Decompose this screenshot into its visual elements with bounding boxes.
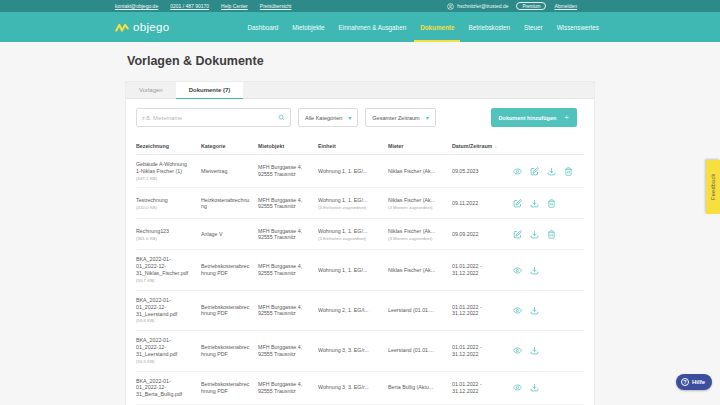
document-tenant: Niklas Fischer (Ak... <box>388 168 444 175</box>
document-tenant: Leerstand (01.01.... <box>388 347 444 354</box>
document-size: (55,7 KB) <box>136 278 193 284</box>
document-date: 09.11.2022 <box>452 200 502 207</box>
document-property: MFH Burggasse 4, 92555 Trausnitz <box>258 164 318 178</box>
feedback-tab[interactable]: Feedback <box>706 160 720 214</box>
eye-icon[interactable] <box>513 167 522 176</box>
search-input[interactable] <box>142 115 278 121</box>
user-avatar-icon <box>447 3 454 10</box>
utility-link-preis-bersicht[interactable]: Preisübersicht <box>260 3 292 9</box>
edit-icon[interactable] <box>513 230 522 239</box>
document-unit-note: (3 Einheiten zugeordnet) <box>318 205 380 211</box>
trash-icon[interactable] <box>564 167 573 176</box>
document-property: MFH Burggasse 4, 92555 Trausnitz <box>258 263 318 277</box>
plus-icon: + <box>564 113 569 122</box>
document-unit: Wohnung 1, 1. EG/... <box>318 228 380 235</box>
nav-item-dashboard[interactable]: Dashboard <box>242 12 285 42</box>
document-date: 09.05.2023 <box>452 168 502 175</box>
utility-link-help-center[interactable]: Help Center <box>221 3 248 9</box>
filter-row: Alle Kategorien ▾ Gesamter Zeitraum ▾ Do… <box>136 108 584 127</box>
row-actions <box>502 230 584 239</box>
document-name[interactable]: BKA_2022-01-01_2022-12-31_Niklas_Fischer… <box>136 256 193 277</box>
document-date: 09.09.2022 <box>452 231 502 238</box>
main-nav: objego Dashboard Mietobjekte Einnahmen &… <box>0 12 720 42</box>
utility-link-0201-487-90170[interactable]: 0201 / 487 90170 <box>170 3 209 9</box>
download-icon[interactable] <box>530 230 539 239</box>
edit-icon[interactable] <box>530 167 539 176</box>
document-name[interactable]: BKA_2022-01-01_2022-12-31_Leerstand.pdf <box>136 297 193 318</box>
objego-logo-icon <box>115 22 129 33</box>
column-header-mietobjekt[interactable]: Mietobjekt <box>258 143 318 149</box>
logout-link[interactable]: Abmelden <box>554 3 577 9</box>
period-dropdown[interactable]: Gesamter Zeitraum ▾ <box>365 108 435 127</box>
nav-item-dokumente[interactable]: Dokumente <box>414 12 460 42</box>
download-icon[interactable] <box>530 199 539 208</box>
document-category: Betriebskostenabrechnung PDF <box>201 381 258 395</box>
eye-icon[interactable] <box>513 266 522 275</box>
chevron-down-icon: ▾ <box>348 115 351 121</box>
category-dropdown[interactable]: Alle Kategorien ▾ <box>298 108 358 127</box>
document-unit-note: (3 Einheiten zugeordnet) <box>318 236 380 242</box>
column-header-bezeichnung[interactable]: Bezeichnung <box>136 143 201 149</box>
document-tenant: Niklas Fischer (Ak... <box>388 228 444 235</box>
edit-icon[interactable] <box>513 199 522 208</box>
tab-vorlagen[interactable]: Vorlagen <box>126 82 176 98</box>
download-icon[interactable] <box>530 266 539 275</box>
document-name[interactable]: Gebäude A-Wohnung 1-Niklas Fischer (1) <box>136 161 193 175</box>
document-category: Anlage V <box>201 231 258 238</box>
document-name[interactable]: Rechnung123 <box>136 228 193 235</box>
document-property: MFH Burggasse 4, 92555 Trausnitz <box>258 304 318 318</box>
document-property: MFH Burggasse 4, 92555 Trausnitz <box>258 197 318 211</box>
document-tenant: Berta Bullig (Aktu... <box>388 384 444 391</box>
help-button[interactable]: ? Hilfe <box>676 374 712 390</box>
add-document-button[interactable]: Dokument hinzufügen + <box>491 108 577 127</box>
column-header-mieter[interactable]: Mieter <box>388 143 452 149</box>
column-header-kategorie[interactable]: Kategorie <box>201 143 258 149</box>
nav-item-wissenswertes[interactable]: Wissenswertes <box>551 12 605 42</box>
eye-icon[interactable] <box>513 346 522 355</box>
document-size: (647,1 KB) <box>136 176 193 182</box>
nav-item-mietobjekte[interactable]: Mietobjekte <box>286 12 330 42</box>
document-date: 01.01.2022 - 31.12.2022 <box>452 263 502 277</box>
tab-dokumente-7[interactable]: Dokumente (7) <box>176 82 244 99</box>
row-actions <box>502 346 584 355</box>
document-unit: Wohnung 3, 3. EG/r... <box>318 384 380 391</box>
document-name[interactable]: BKA_2022-01-01_2022-12-31_Leerstand.pdf <box>136 337 193 358</box>
nav-item-einnahmen-ausgaben[interactable]: Einnahmen & Ausgaben <box>333 12 413 42</box>
column-header-datum-zeitraum[interactable]: Datum/Zeitraum ↓ <box>452 143 502 149</box>
table-row: BKA_2022-01-01_2022-12-31_Berta_Bullig.p… <box>136 372 584 405</box>
eye-icon[interactable] <box>513 306 522 315</box>
row-actions <box>502 167 584 176</box>
download-icon[interactable] <box>530 306 539 315</box>
document-size: (410,0 KB) <box>136 205 193 211</box>
search-icon[interactable] <box>278 114 285 121</box>
document-name[interactable]: Testrechnung <box>136 197 193 204</box>
row-actions <box>502 383 584 392</box>
utility-link-kontakt-objego-de[interactable]: kontakt@objego.de <box>115 3 158 9</box>
row-actions <box>502 199 584 208</box>
nav-item-steuer[interactable]: Steuer <box>518 12 549 42</box>
download-icon[interactable] <box>530 383 539 392</box>
sort-desc-icon[interactable]: ↓ <box>494 143 497 149</box>
document-size: (55,6 KB) <box>136 318 193 324</box>
document-property: MFH Burggasse 4, 92555 Trausnitz <box>258 381 318 395</box>
table-row: BKA_2022-01-01_2022-12-31_Leerstand.pdf … <box>136 331 584 371</box>
column-header-einheit[interactable]: Einheit <box>318 143 388 149</box>
question-mark-icon: ? <box>681 378 689 386</box>
table-row: Gebäude A-Wohnung 1-Niklas Fischer (1) (… <box>136 155 584 188</box>
document-property: MFH Burggasse 4, 92555 Trausnitz <box>258 344 318 358</box>
download-icon[interactable] <box>530 346 539 355</box>
document-tenant: Niklas Fischer (Ak... <box>388 197 444 204</box>
document-category: Mietvertrag <box>201 168 258 175</box>
utility-bar: kontakt@objego.de 0201 / 487 90170 Help … <box>0 0 720 12</box>
document-tenant: Niklas Fischer (Ak... <box>388 267 444 274</box>
trash-icon[interactable] <box>547 199 556 208</box>
logo[interactable]: objego <box>115 21 169 33</box>
download-icon[interactable] <box>547 167 556 176</box>
document-name[interactable]: BKA_2022-01-01_2022-12-31_Berta_Bullig.p… <box>136 378 193 399</box>
eye-icon[interactable] <box>513 383 522 392</box>
document-unit: Wohnung 2, 1. EG/l... <box>318 307 380 314</box>
document-unit: Wohnung 1, 1. EG/... <box>318 197 380 204</box>
nav-item-betriebskosten[interactable]: Betriebskosten <box>462 12 516 42</box>
trash-icon[interactable] <box>547 230 556 239</box>
page-content: Vorlagen & Dokumente Vorlagen Dokumente … <box>125 54 595 405</box>
